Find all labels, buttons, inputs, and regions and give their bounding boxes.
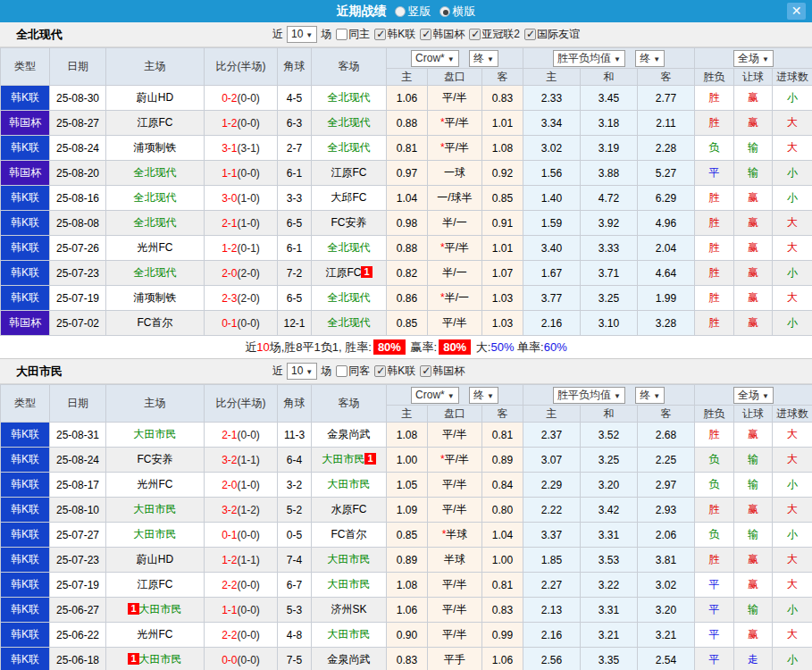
team-name: 江原FC: [331, 166, 367, 179]
filter-checkbox-国际友谊[interactable]: 国际友谊: [524, 27, 580, 42]
corner-count: 7-5: [278, 648, 312, 670]
avg-odds-group: 胜平负均值▼ 终▼: [523, 385, 695, 406]
odds-time-select[interactable]: 终▼: [469, 387, 498, 404]
score-cell: 2-3(2-0): [205, 286, 278, 311]
league-type-badge: 韩K联: [1, 186, 50, 211]
handicap-result: 赢: [734, 186, 773, 211]
home-team-cell: FC首尔: [106, 311, 205, 336]
filter-checkbox-亚冠联2[interactable]: 亚冠联2: [469, 27, 520, 42]
handicap-result: 赢: [734, 623, 773, 648]
corner-count: 6-5: [278, 211, 312, 236]
match-row: 韩K联25-08-24浦项制铁3-1(3-1)2-7全北现代0.81*平/半1.…: [1, 136, 812, 161]
away-team-cell: 全北现代: [312, 311, 387, 336]
recent-results-popup: 近期战绩竖版横版 ✕ 全北现代 近 10▼ 场 同主韩K联韩国杯亚冠联2国际友谊…: [0, 0, 812, 670]
handicap-line: 平/半: [428, 423, 482, 448]
avg-draw-odds: 3.33: [581, 236, 638, 261]
near-count-select[interactable]: 10▼: [287, 26, 317, 43]
full-time-select[interactable]: 全场▼: [733, 387, 774, 404]
score-cell: 0-0(0-0): [205, 648, 278, 670]
home-team-cell: 全北现代: [106, 161, 205, 186]
league-type-badge: 韩K联: [1, 598, 50, 623]
checkbox-checked-icon[interactable]: [469, 29, 481, 40]
filter-checkbox-同主[interactable]: 同主: [336, 27, 370, 42]
avg-home-odds: 3.34: [523, 111, 581, 136]
crow-away-odds: 0.81: [482, 423, 523, 448]
checkbox-checked-icon[interactable]: [524, 29, 536, 40]
filter-checkbox-韩K联[interactable]: 韩K联: [374, 364, 415, 379]
avg-draw-odds: 3.45: [581, 86, 638, 111]
layout-radio-horizontal[interactable]: 横版: [431, 4, 476, 18]
bookmaker-select[interactable]: Crow*▼: [411, 50, 459, 67]
handicap-line: 平/半: [428, 86, 482, 111]
avg-time-select[interactable]: 终▼: [635, 50, 665, 67]
checkbox-checked-icon[interactable]: [374, 29, 386, 40]
avg-time-select[interactable]: 终▼: [635, 387, 665, 404]
half-time-score: (0-0): [238, 167, 260, 180]
match-row: 韩K联25-07-23全北现代2-0(2-0)7-2江原FC10.82半/一1.…: [1, 261, 812, 286]
handicap-text: 一球: [444, 166, 465, 179]
filter-checkbox-韩国杯[interactable]: 韩国杯: [420, 27, 465, 42]
match-result: 胜: [695, 423, 734, 448]
near-count-select[interactable]: 10▼: [287, 363, 317, 380]
crow-home-odds: 1.06: [387, 86, 428, 111]
half-time-score: (0-0): [238, 529, 260, 541]
team-name: 江原FC: [138, 116, 173, 129]
avg-draw-odds: 3.18: [581, 111, 638, 136]
goals-over-under: 大: [773, 498, 812, 523]
close-button[interactable]: ✕: [787, 3, 806, 20]
full-time-score: 2-0: [222, 267, 237, 280]
avg-odds-select[interactable]: 胜平负均值▼: [553, 387, 625, 404]
col-away: 客场: [312, 48, 387, 86]
match-result: 平: [695, 648, 734, 670]
checkbox-checked-icon[interactable]: [420, 365, 431, 377]
handicap-text: 平/半: [442, 91, 466, 104]
checkbox-checked-icon[interactable]: [420, 29, 431, 40]
avg-odds-select[interactable]: 胜平负均值▼: [553, 50, 625, 67]
handicap-line: 平/半: [428, 473, 482, 498]
matches-table: 类型 日期 主场 比分(半场) 角球 客场 Crow*▼ 终▼ 胜平负均值▼ 终…: [0, 47, 812, 336]
match-result: 负: [695, 523, 734, 548]
match-date: 25-08-30: [50, 86, 106, 111]
full-time-score: 0-1: [222, 529, 237, 541]
corner-count: 5-3: [278, 598, 312, 623]
full-time-value: 全场: [738, 389, 759, 401]
checkbox-checked-icon[interactable]: [374, 365, 386, 377]
col-result: 胜负: [695, 406, 734, 423]
crow-home-odds: 0.81: [387, 136, 428, 161]
away-team-cell: 大田市民: [312, 623, 387, 648]
crow-home-odds: 1.00: [387, 448, 428, 473]
filter-checkbox-韩国杯[interactable]: 韩国杯: [420, 364, 465, 379]
radio-selected-icon[interactable]: [439, 6, 450, 17]
team-name: 大田市民: [328, 628, 371, 641]
radio-unselected-icon[interactable]: [395, 6, 406, 17]
avg-home-odds: 2.37: [523, 423, 581, 448]
home-team-cell: 大田市民: [106, 498, 205, 523]
goals-over-under: 大: [773, 111, 812, 136]
away-team-cell: 大田市民: [312, 473, 387, 498]
match-result: 胜: [695, 548, 734, 573]
summary-segment: 单率:: [514, 340, 543, 354]
match-row: 韩K联25-07-26光州FC1-2(0-1)6-1全北现代0.88*平/半1.…: [1, 236, 812, 261]
crow-away-odds: 0.85: [482, 186, 523, 211]
crow-home-odds: 0.90: [387, 623, 428, 648]
checkbox-unchecked-icon[interactable]: [336, 365, 347, 377]
filter-checkbox-同客[interactable]: 同客: [336, 364, 370, 379]
league-type-badge: 韩K联: [1, 261, 50, 286]
full-time-score: 2-3: [222, 292, 237, 305]
bookmaker-select[interactable]: Crow*▼: [411, 387, 459, 404]
col-score: 比分(半场): [205, 48, 278, 86]
filter-checkbox-韩K联[interactable]: 韩K联: [374, 27, 415, 42]
away-team-cell: 全北现代: [312, 236, 387, 261]
score-cell: 3-0(1-0): [205, 186, 278, 211]
crow-home-odds: 0.85: [387, 311, 428, 336]
layout-radio-vertical[interactable]: 竖版: [387, 4, 431, 18]
full-time-select[interactable]: 全场▼: [733, 50, 774, 67]
team-name: 大田市民: [322, 453, 364, 465]
odds-time-select[interactable]: 终▼: [469, 50, 498, 67]
crow-away-odds: 1.08: [482, 136, 523, 161]
avg-draw-odds: 3.20: [581, 473, 638, 498]
avg-away-odds: 2.54: [638, 648, 695, 670]
checkbox-unchecked-icon[interactable]: [336, 29, 347, 40]
avg-away-odds: 2.93: [638, 498, 695, 523]
handicap-text: 半/一: [442, 216, 466, 229]
